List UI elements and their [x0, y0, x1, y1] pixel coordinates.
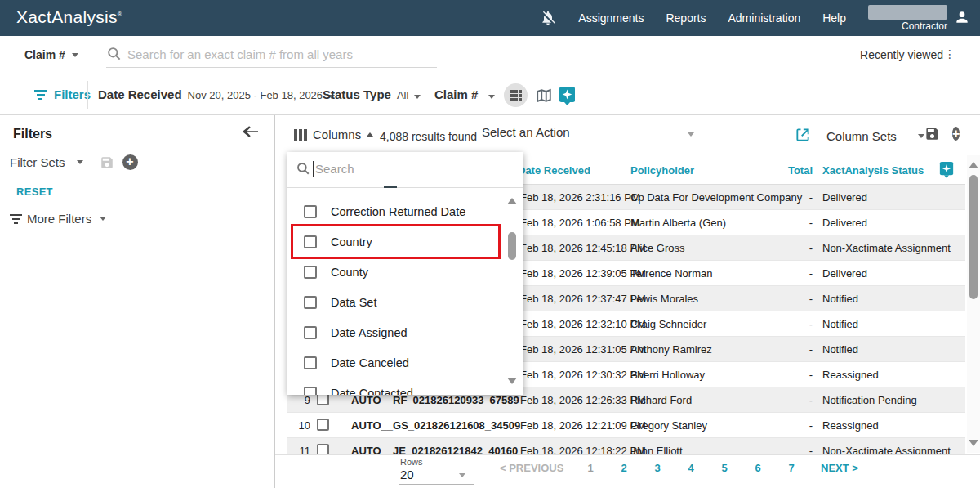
grid-view-icon — [510, 90, 522, 101]
redacted-username — [868, 5, 947, 20]
action-select[interactable]: Select an Action — [482, 125, 701, 146]
policyholder-cell: Gregory Stanley — [630, 419, 707, 432]
nav-reports[interactable]: Reports — [666, 11, 706, 25]
status-type-filter[interactable]: Status Type All — [323, 87, 421, 101]
col-header-total[interactable]: Total — [773, 164, 813, 177]
columns-menu-label: Columns — [313, 128, 361, 141]
col-header-status[interactable]: XactAnalysis Status — [822, 164, 924, 177]
claim-number-filter[interactable]: Claim # — [434, 87, 495, 101]
claim-link[interactable]: AUTO__RF_021826120933_67589 — [351, 394, 519, 406]
total-cell: - — [773, 242, 813, 254]
filter-sets-dropdown[interactable]: Filter Sets — [10, 155, 65, 169]
next-page-button[interactable]: NEXT > — [821, 462, 858, 474]
scroll-down-icon[interactable] — [969, 440, 978, 446]
status-cell: Reassigned — [822, 419, 879, 432]
column-option-label: Date Assigned — [331, 326, 408, 339]
column-option-date-assigned[interactable]: Date Assigned — [287, 317, 505, 347]
filters-toggle-button[interactable]: Filters — [34, 87, 91, 101]
divider — [82, 40, 82, 70]
nav-administration[interactable]: Administration — [728, 11, 801, 25]
col-header-policyholder[interactable]: Policyholder — [630, 164, 694, 177]
page-button-4[interactable]: 4 — [686, 462, 696, 474]
add-filter-set-button[interactable]: + — [122, 154, 138, 170]
previous-page-button[interactable]: < PREVIOUS — [500, 462, 564, 474]
checkbox[interactable] — [304, 205, 317, 218]
column-option-date-canceled[interactable]: Date Canceled — [287, 347, 505, 378]
status-cell: Non-Xactimate Assignment — [822, 242, 951, 254]
search-icon — [106, 46, 122, 65]
checkbox[interactable] — [304, 326, 317, 339]
column-option-label: Date Canceled — [331, 356, 409, 369]
filters-toggle-label: Filters — [54, 87, 91, 101]
table-scrollbar[interactable] — [967, 155, 980, 453]
checkbox[interactable] — [304, 296, 317, 309]
registered-mark: ® — [118, 11, 122, 18]
columns-dropdown-panel: Search Correction Returned DateCountryCo… — [287, 152, 523, 395]
recently-viewed-button[interactable]: Recently viewed — [860, 48, 943, 61]
page-button-2[interactable]: 2 — [619, 462, 629, 474]
checkbox[interactable] — [304, 387, 317, 396]
table-row[interactable]: 10AUTO__GS_021826121608_34509Feb 18, 202… — [287, 413, 965, 438]
col-header-date-received[interactable]: Date Received — [518, 164, 590, 177]
recently-viewed-menu-icon[interactable]: ⋮ — [944, 47, 956, 60]
scroll-up-icon[interactable] — [969, 162, 978, 168]
account-menu[interactable]: Contractor — [868, 0, 970, 36]
save-column-set-button[interactable] — [924, 126, 940, 145]
date-received-cell: Feb 18, 2026 12:31:05 PM — [520, 343, 646, 356]
app-logo[interactable]: XactAnalysis® — [16, 7, 122, 27]
claim-link[interactable]: AUTO__GS_021826121608_34509 — [351, 419, 520, 432]
checkbox[interactable] — [304, 266, 317, 279]
total-cell: - — [773, 318, 813, 330]
column-sets-dropdown[interactable]: Column Sets — [826, 129, 924, 143]
nav-assignments[interactable]: Assignments — [578, 11, 644, 25]
column-option-country[interactable]: Country — [287, 226, 505, 257]
page-button-7[interactable]: 7 — [786, 462, 796, 474]
scroll-up-icon[interactable] — [507, 198, 517, 204]
add-column-set-button[interactable]: + — [952, 126, 960, 141]
save-filter-set-button[interactable] — [100, 155, 114, 170]
scroll-down-icon[interactable] — [507, 378, 517, 384]
map-view-button[interactable] — [535, 87, 553, 108]
column-option-correction-returned-date[interactable]: Correction Returned Date — [287, 196, 505, 226]
user-avatar-icon[interactable] — [954, 9, 970, 29]
dropdown-scrollbar-thumb[interactable] — [508, 232, 516, 260]
more-filters-toggle[interactable]: More Filters — [10, 212, 106, 226]
reset-filters-button[interactable]: RESET — [16, 186, 53, 198]
column-option-date-contacted[interactable]: Date Contacted — [287, 378, 505, 395]
page-button-6[interactable]: 6 — [753, 462, 763, 474]
chevron-down-icon — [488, 95, 495, 99]
status-cell: Delivered — [822, 217, 867, 229]
columns-menu-button[interactable]: Columns — [294, 128, 373, 141]
column-option-county[interactable]: County — [287, 257, 505, 287]
page-button-5[interactable]: 5 — [719, 462, 729, 474]
status-cell: Delivered — [822, 191, 867, 204]
nav-help[interactable]: Help — [822, 11, 846, 25]
open-in-new-button[interactable] — [795, 127, 811, 146]
notifications-off-icon[interactable] — [540, 10, 556, 26]
row-number: 10 — [292, 419, 310, 432]
page-button-3[interactable]: 3 — [653, 462, 662, 474]
total-cell: - — [773, 293, 813, 305]
chevron-down-icon[interactable] — [77, 160, 83, 164]
checkbox[interactable] — [304, 356, 317, 369]
results-main-area: Columns 4,088 results found Select an Ac… — [275, 115, 980, 488]
search-scope-dropdown[interactable]: Claim # — [24, 48, 78, 61]
sketch-badge-icon[interactable] — [939, 161, 954, 181]
checkbox[interactable] — [304, 235, 317, 248]
date-received-filter[interactable]: Date Received Nov 20, 2025 - Feb 18, 202… — [98, 87, 335, 101]
column-option-data-set[interactable]: Data Set — [287, 287, 505, 317]
row-checkbox[interactable] — [317, 393, 329, 405]
claim-search-bar: Claim # Search for an exact claim # from… — [0, 36, 980, 74]
date-received-cell: Feb 18, 2026 1:06:58 PM — [520, 217, 640, 229]
collapse-sidebar-button[interactable] — [242, 125, 258, 141]
row-checkbox[interactable] — [317, 419, 329, 431]
search-icon — [296, 161, 310, 179]
total-cell: - — [773, 369, 813, 381]
sketch-badge-button[interactable] — [559, 86, 576, 109]
rows-per-page-select[interactable]: Rows 20 — [400, 457, 474, 481]
scrollbar-thumb[interactable] — [969, 175, 978, 299]
divider — [87, 81, 88, 109]
date-received-cell: Feb 18, 2026 12:21:09 PM — [520, 419, 646, 432]
grid-view-button[interactable] — [504, 83, 528, 107]
columns-search-field[interactable]: Search — [287, 152, 523, 188]
